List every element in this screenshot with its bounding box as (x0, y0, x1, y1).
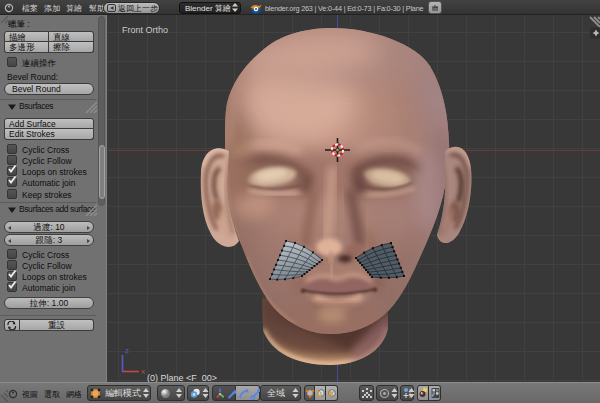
svg-text:z: z (125, 346, 129, 355)
svg-text:x: x (141, 367, 145, 376)
